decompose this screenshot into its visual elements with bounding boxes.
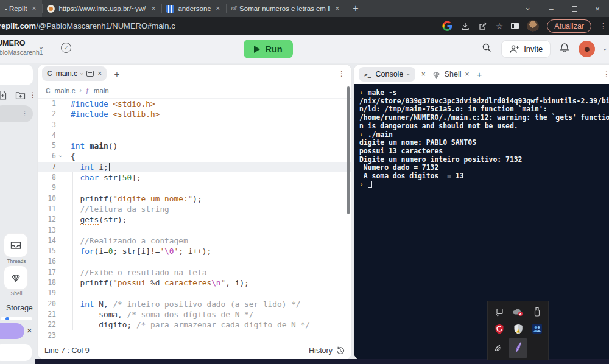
url-domain: replit.com	[0, 21, 36, 30]
bookmark-star-icon[interactable]: ☆	[496, 21, 504, 31]
console-line: Digite um numero inteiro positivo: 7132	[359, 156, 609, 164]
file-kebab-icon[interactable]: ⋮	[21, 110, 28, 117]
topbar-actions: Invite ☻ ›	[482, 35, 609, 63]
share-icon[interactable]	[478, 21, 488, 31]
code-line: 8 char str[50];	[38, 172, 351, 183]
wifi-signal-icon[interactable]	[494, 343, 505, 354]
code-text: printf("possui %d caracteres\n", i);	[63, 278, 249, 288]
defender-warning-icon[interactable]	[513, 324, 523, 337]
invite-button[interactable]: Invite	[501, 40, 551, 58]
fold-spacer	[55, 122, 65, 128]
code-area[interactable]: 1#include <stdio.h>2#include <stdlib.h>3…	[38, 99, 351, 341]
browser-tab[interactable]: andersonc×	[161, 0, 226, 17]
split-pane-icon[interactable]	[86, 71, 94, 77]
minimize-icon[interactable]: –	[540, 0, 563, 17]
tab-close-icon[interactable]: ×	[334, 4, 340, 13]
url-text[interactable]: replit.com/@PabloMascarenh1/NUMERO#main.…	[0, 21, 175, 30]
shell-close-icon[interactable]: ×	[465, 70, 469, 79]
editor-kebab-icon[interactable]: ⋮	[338, 69, 345, 78]
fold-spacer	[55, 143, 65, 149]
avatar-chevron-icon[interactable]: ›	[602, 48, 609, 51]
user-avatar[interactable]: ☻	[579, 41, 595, 57]
search-icon[interactable]	[482, 43, 492, 55]
console-line: /home/runner/NUMERO/./main.c:12: warning…	[359, 114, 609, 122]
editor-scrollbar[interactable]	[347, 86, 350, 214]
shell-label: Shell	[1, 290, 32, 296]
fold-spacer	[55, 111, 65, 117]
browser-menu-chevron-icon[interactable]: ›	[516, 0, 540, 17]
window-controls: › – ×	[516, 0, 609, 17]
screen-cast-icon[interactable]	[495, 307, 504, 319]
breadcrumb[interactable]: C main.c › ƒ main	[38, 83, 351, 99]
tab-close-icon[interactable]: ×	[150, 4, 157, 13]
line-number: 9	[38, 183, 56, 193]
tab-close-icon[interactable]: ×	[214, 4, 221, 13]
inbox-icon	[10, 240, 22, 250]
browser-address-bar[interactable]: replit.com/@PabloMascarenh1/NUMERO#main.…	[0, 17, 609, 35]
run-button[interactable]: Run	[244, 40, 293, 58]
atualizar-button[interactable]: Atualizar	[547, 19, 591, 33]
people-app-icon[interactable]	[532, 324, 542, 336]
tab-close-icon[interactable]: ×	[30, 4, 37, 13]
browser-tab-strip: - Replit×https://www.ime.usp.br/~yw/201×…	[0, 0, 609, 17]
code-text: #include <stdio.h>	[63, 99, 155, 109]
console-output[interactable]: › make -s/nix/store/039g378vc3pc3dvi9dzd…	[354, 84, 609, 359]
tray-cell	[490, 338, 509, 358]
fold-spacer	[55, 259, 65, 265]
new-file-icon[interactable]	[0, 90, 7, 103]
browser-kebab-icon[interactable]: ⋮	[599, 21, 607, 30]
breadcrumb-file[interactable]: main.c	[55, 87, 76, 94]
tab-chevron-icon[interactable]: ›	[79, 72, 85, 74]
browser-tab[interactable]: https://www.ime.usp.br/~yw/201×	[42, 0, 161, 17]
dismiss-icon[interactable]: ×	[27, 325, 32, 335]
bell-icon[interactable]	[560, 43, 569, 55]
line-number: 5	[38, 141, 56, 151]
code-text: int N, /* inteiro positivo dado (a ser l…	[63, 299, 301, 309]
project-chevron-icon[interactable]: ›	[37, 47, 46, 49]
files-kebab-icon[interactable]: ⋮	[29, 91, 37, 99]
console-close-icon[interactable]: ×	[421, 70, 426, 79]
history-button[interactable]: History	[309, 346, 345, 355]
code-text: int i;	[63, 162, 110, 172]
code-line: 18 printf("possui %d caracteres\n", i);	[38, 278, 351, 288]
antivirus-shield-icon[interactable]	[495, 324, 504, 337]
browser-tab[interactable]: D//Somar numeros e letras em lingu×	[226, 0, 345, 17]
maximize-icon[interactable]	[563, 0, 586, 17]
shell-tool-button[interactable]	[4, 266, 27, 289]
code-line: 17 //Exibe o resultado na tela	[38, 267, 351, 278]
google-icon[interactable]	[442, 21, 452, 31]
close-window-icon[interactable]: ×	[586, 0, 609, 17]
selected-file-row[interactable]: ⋮	[0, 105, 33, 122]
console-tab[interactable]: >_ Console ›	[359, 67, 415, 82]
console-line: Numero dado = 7132	[359, 164, 609, 172]
usb-drive-icon[interactable]	[533, 307, 541, 320]
new-editor-tab-icon[interactable]: +	[114, 69, 119, 79]
feather-pen-icon[interactable]	[513, 341, 523, 356]
tab-close-icon[interactable]: ×	[97, 69, 102, 78]
code-line: 13	[38, 225, 351, 236]
upgrade-pill-button[interactable]	[0, 323, 24, 339]
download-icon[interactable]	[460, 21, 470, 31]
console-chevron-icon[interactable]: ›	[406, 73, 412, 75]
breadcrumb-symbol[interactable]: main	[94, 87, 109, 94]
cloud-error-icon[interactable]	[512, 307, 524, 319]
console-line: › make -s	[359, 89, 609, 97]
code-line: 14 //Realizando a contagem	[38, 236, 351, 246]
tray-cell	[509, 304, 527, 321]
new-console-tab-icon[interactable]: +	[477, 69, 482, 80]
tab-title: - Replit	[5, 5, 27, 12]
new-tab-button[interactable]: +	[345, 3, 365, 14]
editor-panel: C main.c › × + ⋮ C main.c › ƒ main 1#inc…	[38, 65, 351, 359]
new-folder-icon[interactable]	[15, 91, 26, 102]
shell-tab[interactable]: Shell ×	[432, 70, 470, 79]
editor-tab-main-c[interactable]: C main.c › ×	[42, 66, 107, 81]
code-line: 3	[38, 120, 351, 130]
line-number: 6	[38, 151, 56, 161]
side-panel-icon[interactable]	[511, 23, 519, 29]
function-symbol-icon: ƒ	[86, 86, 90, 95]
console-kebab-icon[interactable]: ⋮	[603, 70, 609, 79]
browser-tab[interactable]: - Replit×	[0, 0, 42, 17]
code-line: 23	[38, 331, 351, 341]
threads-tool-button[interactable]	[4, 234, 27, 257]
browser-avatar[interactable]	[527, 20, 539, 32]
